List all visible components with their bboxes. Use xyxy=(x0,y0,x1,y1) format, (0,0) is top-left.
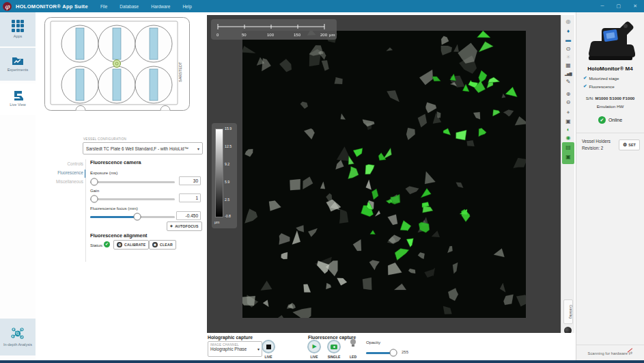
save-image-icon[interactable]: ▣ xyxy=(561,118,575,126)
menu-help[interactable]: Help xyxy=(182,4,191,9)
image-channel-dropdown[interactable]: IMAGE CHANNEL Holographic Phase ▾ xyxy=(208,341,262,357)
analysis-network-icon xyxy=(10,327,25,340)
vessel-revision-label: Revision: 2 xyxy=(582,145,611,152)
menu-file[interactable]: File xyxy=(100,4,107,9)
zoom-in-icon[interactable]: ⊕ xyxy=(561,90,575,98)
vessel-config-value: Sarstedt TC Plate 6 Well Standard,F - wi… xyxy=(86,146,188,151)
vessel-config-dropdown[interactable]: Sarstedt TC Plate 6 Well Standard,F - wi… xyxy=(83,142,203,154)
well-plate-map[interactable]: SARSTEDT xyxy=(44,17,190,111)
device-feature: Motorized stage xyxy=(589,76,619,81)
stage-position-marker xyxy=(113,60,121,68)
holographic-live-button[interactable] xyxy=(262,340,275,353)
holographic-capture-heading: Holographic capture xyxy=(208,335,253,340)
colorbar-label: 15.9 xyxy=(225,126,236,131)
plate-brand-label: SARSTEDT xyxy=(178,62,182,82)
calibrate-icon: ⚙ xyxy=(117,242,122,247)
sidebar-item-live-view[interactable]: Live View xyxy=(0,83,36,115)
hardware-status-bar: Scanning for hardware ⇄ xyxy=(576,345,644,356)
autofocus-button[interactable]: ⌖ AUTOFOCUS xyxy=(167,221,202,231)
pin-icon[interactable]: ♦ xyxy=(561,27,575,36)
sidebar: Apps Experiments Live View xyxy=(0,12,36,360)
control-column: SARSTEDT VESSEL CONFIGURATION Sarstedt T… xyxy=(36,12,207,360)
window-controls: ─ ▢ ✕ xyxy=(601,3,644,9)
fluorescence-save-icon[interactable]: ▣ xyxy=(562,153,574,161)
calibrate-button[interactable]: ⚙ CALIBRATE xyxy=(113,240,149,250)
sidebar-item-label: Experiments xyxy=(8,68,29,72)
menu-database[interactable]: Database xyxy=(120,4,139,9)
measure-icon[interactable]: ✎ xyxy=(561,78,575,86)
viewer-toolbar: ◎ ♦ ▬ ʘ ☀ ▦ ▂▅▇ ✎ ⊕ ⊖ ⌖ ▣ ◐ ◉ ▤ ▣ Center… xyxy=(561,15,574,333)
minimize-button[interactable]: ─ xyxy=(601,3,604,9)
led-button[interactable] xyxy=(350,339,356,346)
sidebar-item-experiments[interactable]: Experiments xyxy=(0,48,36,81)
scale-unit: μm xyxy=(329,33,335,37)
scale-tick-50: 50 xyxy=(242,33,247,37)
emulation-mode-label: Emulation HW xyxy=(576,104,644,109)
gain-value-field[interactable]: 1 xyxy=(179,193,201,202)
grayscale-gradient xyxy=(215,129,223,217)
sidebar-item-apps[interactable]: Apps xyxy=(0,12,36,46)
colorbar-label: 9.2 xyxy=(225,162,236,166)
fluorescence-live-button[interactable]: ▶ xyxy=(307,340,321,353)
clear-button[interactable]: ✖ CLEAR xyxy=(149,240,176,250)
scanning-status-text: Scanning for hardware xyxy=(588,351,628,355)
panel-divider xyxy=(85,159,86,262)
contrast-icon[interactable]: ◐ xyxy=(561,126,575,134)
focus-slider[interactable] xyxy=(90,216,175,218)
opacity-slider[interactable] xyxy=(366,352,396,354)
online-status-badge: ✔ Online xyxy=(576,116,644,124)
exposure-slider[interactable] xyxy=(90,181,175,183)
fluorescence-capture-heading: Fluorescence capture xyxy=(308,335,356,340)
gain-slider-handle[interactable] xyxy=(91,196,98,203)
fluorescence-view-icon[interactable]: ▤ xyxy=(562,144,574,152)
fluorescence-overlay-active-group: ▤ ▣ xyxy=(562,142,574,164)
gain-slider[interactable] xyxy=(90,198,175,200)
led-bulb-icon xyxy=(350,339,356,345)
navigation-icon[interactable]: ◎ xyxy=(561,18,575,26)
experiments-folder-icon xyxy=(12,56,24,66)
focus-slider-handle[interactable] xyxy=(134,213,141,221)
close-button[interactable]: ✕ xyxy=(633,3,637,9)
live-image-viewer: 0 50 100 150 200 μm 15.9 12.5 9.2 5.9 2.… xyxy=(207,15,561,333)
zoom-out-icon[interactable]: ⊖ xyxy=(561,98,575,107)
sidebar-item-label: Apps xyxy=(14,34,23,39)
opacity-slider-handle[interactable] xyxy=(390,349,397,357)
centering-tab[interactable]: Centering xyxy=(563,299,573,324)
stop-icon xyxy=(266,345,271,349)
brightness-icon[interactable]: ☀ xyxy=(561,53,575,62)
bottom-accent-strip xyxy=(0,360,644,363)
exposure-value-field[interactable]: 30 xyxy=(179,176,201,185)
chevron-down-icon: ▾ xyxy=(257,347,260,351)
alignment-status-ok-icon: ✔ xyxy=(104,241,110,247)
focus-value-field[interactable]: -0.450 xyxy=(176,211,201,220)
grid-icon[interactable]: ▦ xyxy=(561,62,575,70)
alignment-status-label: Status: xyxy=(90,243,103,247)
tab-controls[interactable]: Controls xyxy=(68,161,83,166)
fluorescence-single-button[interactable] xyxy=(327,340,341,353)
sidebar-item-label: Live View xyxy=(10,103,25,107)
opacity-label: Opacity xyxy=(366,340,380,345)
record-icon[interactable]: ◉ xyxy=(561,134,575,142)
vessel-set-button[interactable]: ⚙ SET xyxy=(619,139,640,150)
target-icon[interactable]: ⌖ xyxy=(561,109,575,117)
lightbulb-icon[interactable]: ʘ xyxy=(561,45,575,53)
autofocus-button-label: AUTOFOCUS xyxy=(175,224,199,228)
exposure-slider-handle[interactable] xyxy=(91,178,98,186)
divider xyxy=(576,133,644,133)
histogram-icon[interactable]: ▂▅▇ xyxy=(561,70,575,78)
tab-fluorescence[interactable]: Fluorescence xyxy=(57,170,83,175)
clear-button-label: CLEAR xyxy=(160,243,173,247)
scalebar-toggle-icon[interactable]: ▬ xyxy=(561,36,575,44)
sidebar-item-in-depth-analysis[interactable]: In-depth Analysis xyxy=(0,319,36,355)
scale-tick-0: 0 xyxy=(216,33,219,37)
image-channel-value: Holographic Phase xyxy=(210,347,247,351)
hardware-panel: HoloMonitor® M4 ✔ Motorized stage ✔ Fluo… xyxy=(576,12,644,360)
maximize-button[interactable]: ▢ xyxy=(617,3,621,9)
menu-hardware[interactable]: Hardware xyxy=(151,4,170,9)
scale-tick-100: 100 xyxy=(267,33,275,37)
opacity-value: 255 xyxy=(402,350,408,354)
gain-label: Gain xyxy=(90,188,99,193)
tab-miscellaneous[interactable]: Miscellaneous xyxy=(56,179,83,184)
app-window: φ HOLOMONITOR® App Suite File Database H… xyxy=(0,0,644,363)
scale-bar-overlay: 0 50 100 150 200 μm xyxy=(211,19,337,40)
